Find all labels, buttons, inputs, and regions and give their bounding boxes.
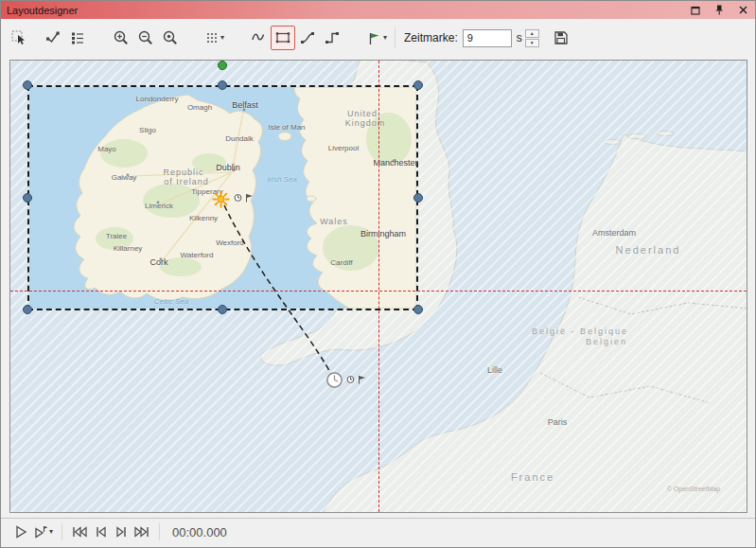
- map-label: Belgien: [586, 337, 627, 346]
- selection-handle-w[interactable]: [23, 193, 32, 203]
- pin-icon: [713, 4, 725, 16]
- selection-handle-nw[interactable]: [23, 80, 32, 90]
- rotation-handle[interactable]: [218, 61, 227, 70]
- marker-flag-button[interactable]: ▾: [363, 26, 390, 50]
- step-forward-icon: [114, 524, 129, 539]
- skip-to-end-icon: [133, 524, 150, 539]
- map-label: Irish Sea: [267, 175, 297, 184]
- transport-bar: ▾: [1, 518, 755, 545]
- zeitmarke-unit-label: s: [517, 31, 522, 44]
- map-label: Birmingham: [360, 229, 406, 239]
- map-label: Londonderry: [136, 95, 179, 103]
- pin-button[interactable]: [712, 4, 726, 17]
- spinner-down-button[interactable]: ▼: [525, 39, 539, 47]
- point-list-icon: [69, 29, 86, 46]
- point-list-button[interactable]: [65, 26, 90, 50]
- waypoint-sun-icon[interactable]: [211, 189, 231, 209]
- skip-to-start-button[interactable]: [69, 521, 90, 543]
- zoom-in-icon: [113, 29, 130, 46]
- play-button[interactable]: [10, 521, 31, 543]
- step-back-icon: [94, 524, 108, 539]
- map-label: Lille: [487, 365, 502, 375]
- step-forward-button[interactable]: [111, 521, 132, 543]
- map-label: Tralee: [106, 232, 127, 240]
- spline-curve-icon: [250, 29, 267, 46]
- caret-down-icon: ▾: [220, 34, 224, 42]
- skip-to-end-button[interactable]: [132, 521, 152, 543]
- save-disk-icon: [553, 29, 570, 46]
- curve-smooth-button[interactable]: [295, 26, 320, 50]
- map-label: France: [511, 471, 554, 483]
- map-label: Wales: [320, 217, 348, 226]
- layout-canvas[interactable]: Amsterdam Nederland België - Belgique Be…: [9, 60, 747, 513]
- keyframe-linear-icon: [324, 29, 341, 46]
- map-label: Manchester: [373, 158, 417, 168]
- map-label: Cardiff: [330, 258, 352, 267]
- node-path-icon: [44, 29, 62, 46]
- map-label: United: [347, 109, 378, 118]
- caret-down-icon: ▾: [49, 528, 53, 536]
- save-button[interactable]: [549, 26, 573, 50]
- play-icon: [13, 524, 28, 539]
- map-label: Amsterdam: [592, 228, 636, 238]
- zoom-out-icon: [137, 29, 154, 46]
- zeitmarke-input[interactable]: [463, 29, 512, 47]
- select-tool-button[interactable]: [7, 26, 31, 50]
- zoom-original-icon: [162, 29, 179, 46]
- curve-tool-button[interactable]: [246, 26, 271, 50]
- curve-linear-button[interactable]: [320, 26, 344, 50]
- zoom-reset-button[interactable]: [158, 26, 183, 50]
- step-back-button[interactable]: [90, 521, 111, 543]
- main-toolbar: ▾: [1, 19, 755, 57]
- map-label: Liverpool: [328, 144, 359, 152]
- close-button[interactable]: [736, 4, 749, 17]
- grid-options-button[interactable]: ▾: [202, 26, 227, 50]
- map-label: Killarney: [114, 244, 143, 253]
- spinner-up-icon: ▲: [530, 31, 535, 36]
- map-label: Galway: [112, 173, 137, 182]
- zoom-out-button[interactable]: [133, 26, 158, 50]
- map-label: België - Belgique: [532, 327, 628, 336]
- map-label: Nederland: [616, 244, 681, 256]
- play-from-marker-icon: [33, 524, 48, 539]
- title-bar[interactable]: Layoutdesigner: [1, 1, 755, 19]
- play-from-marker-button[interactable]: ▾: [31, 521, 55, 543]
- maximize-icon: [690, 5, 701, 16]
- map-label: Dundalk: [225, 134, 253, 143]
- layoutdesigner-window: Layoutdesigner: [0, 0, 756, 548]
- map-label: Omagh: [187, 103, 212, 112]
- selection-handle-ne[interactable]: [413, 80, 423, 90]
- map-label: Wexford: [216, 239, 244, 247]
- spinner-down-icon: ▼: [530, 41, 535, 45]
- maximize-button[interactable]: [689, 4, 702, 17]
- select-arrow-icon: [10, 29, 27, 46]
- viewport-frame-button[interactable]: [271, 26, 295, 50]
- map-label: Waterford: [181, 251, 214, 259]
- waypoint-clock-icon[interactable]: [325, 371, 343, 389]
- selection-handle-sw[interactable]: [23, 305, 32, 314]
- map-label: Mayo: [97, 145, 116, 153]
- map-label: Dublin: [216, 163, 240, 172]
- skip-to-start-icon: [71, 524, 88, 539]
- selection-handle-s[interactable]: [218, 305, 227, 314]
- caret-down-icon: ▾: [383, 34, 387, 42]
- map-label: Limerick: [145, 202, 173, 210]
- map-label: Paris: [548, 417, 568, 427]
- map-label: Kingdom: [345, 118, 386, 128]
- selection-handle-e[interactable]: [413, 193, 423, 203]
- zoom-in-button[interactable]: [109, 26, 133, 50]
- selection-handle-n[interactable]: [218, 80, 227, 90]
- spinner-up-button[interactable]: ▲: [525, 29, 539, 38]
- node-select-tool-button[interactable]: [41, 26, 65, 50]
- window-title: Layoutdesigner: [7, 5, 78, 16]
- map-label: Belfast: [232, 100, 258, 110]
- selection-handle-se[interactable]: [413, 305, 423, 314]
- map-label: Kilkenny: [189, 214, 218, 222]
- marker-flag-icon: [366, 30, 382, 46]
- waypoint-sun-badges: [234, 193, 255, 203]
- zeitmarke-label: Zeitmarke:: [404, 31, 458, 44]
- map-attribution: © OpenStreetMap: [667, 486, 721, 492]
- map-label: Cork: [149, 257, 167, 267]
- viewport-frame-icon: [274, 29, 291, 46]
- close-icon: [738, 5, 748, 15]
